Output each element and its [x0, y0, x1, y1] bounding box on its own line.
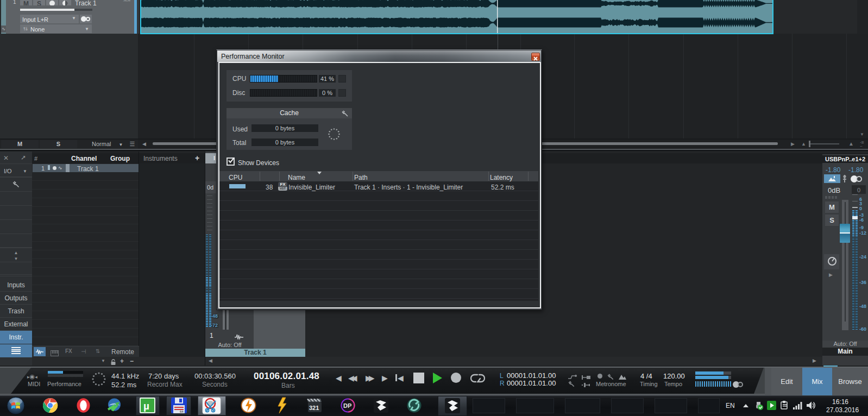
- svg-text:µ: µ: [143, 400, 149, 412]
- svg-text:DP: DP: [343, 402, 351, 409]
- svg-text:321: 321: [309, 405, 319, 411]
- svg-text:64·: 64·: [180, 410, 185, 413]
